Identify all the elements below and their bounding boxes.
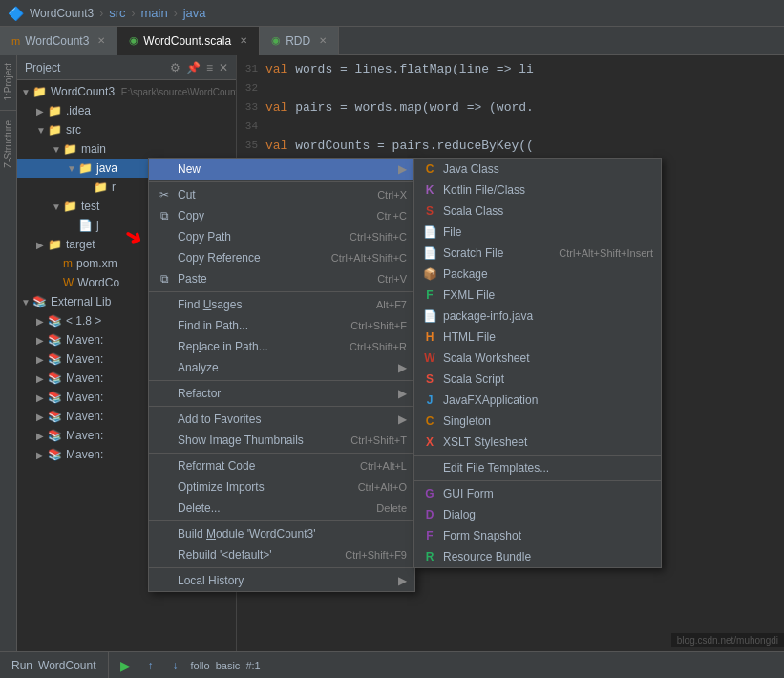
editor-line-33: 33 val pairs = words.map(word => (word. xyxy=(237,97,784,117)
submenu-label-scala-script: Scala Script xyxy=(443,372,504,386)
menu-label-local-history: Local History xyxy=(178,574,244,587)
label-target: target xyxy=(66,238,95,251)
tab-close-1[interactable]: ✕ xyxy=(240,35,247,46)
tab-label-wordcount3: WordCount3 xyxy=(25,34,89,48)
menu-item-favorites[interactable]: Add to Favorites ▶ xyxy=(149,409,414,430)
lib-icon-m4: 📚 xyxy=(48,391,62,404)
sidebar-label-project[interactable]: 1:Project xyxy=(3,59,13,104)
menu-label-copy-ref: Copy Reference xyxy=(178,251,261,265)
sidebar-label-structure[interactable]: Z-Structure xyxy=(3,117,13,172)
submenu-package[interactable]: 📦 Package xyxy=(414,264,661,285)
menu-item-refactor[interactable]: Refactor ▶ xyxy=(149,383,414,404)
refactor-arrow: ▶ xyxy=(398,387,407,400)
tab-wordcount-scala[interactable]: ◉ WordCount.scala ✕ xyxy=(117,27,260,55)
up-button[interactable]: ↑ xyxy=(141,656,160,675)
menu-item-reformat[interactable]: Reformat Code Ctrl+Alt+L xyxy=(149,456,414,477)
shortcut-find-path: Ctrl+Shift+F xyxy=(350,320,407,331)
submenu-scala-script[interactable]: S Scala Script xyxy=(414,369,661,390)
submenu-label-scratch-file: Scratch File xyxy=(443,246,503,260)
bottom-bar: Run WordCount ▶ ↑ ↓ follo basic #:1 blog… xyxy=(0,651,784,678)
submenu-file[interactable]: 📄 File xyxy=(414,222,661,243)
submenu-gui-form[interactable]: G GUI Form xyxy=(414,483,661,504)
submenu-form-snapshot[interactable]: F Form Snapshot xyxy=(414,525,661,546)
submenu-label-xslt: XSLT Stylesheet xyxy=(443,435,527,449)
menu-item-cut[interactable]: ✂ Cut Ctrl+X xyxy=(149,184,414,205)
label-r: r xyxy=(112,180,116,194)
menu-item-thumbnails[interactable]: Show Image Thumbnails Ctrl+Shift+T xyxy=(149,430,414,451)
submenu-javafx[interactable]: J JavaFXApplication xyxy=(414,390,661,411)
submenu-kotlin-class[interactable]: K Kotlin File/Class xyxy=(414,180,661,201)
tab-icon-rdd: ◉ xyxy=(271,34,281,47)
menu-label-copy-path: Copy Path xyxy=(178,230,231,244)
menu-item-copy-path[interactable]: Copy Path Ctrl+Shift+C xyxy=(149,226,414,247)
pin-icon[interactable]: 📌 xyxy=(186,61,201,74)
menu-item-delete[interactable]: Delete... Delete xyxy=(149,498,414,519)
tree-item-main[interactable]: ▼ 📁 main xyxy=(17,139,236,159)
lib-icon-extlib: 📚 xyxy=(32,295,47,308)
submenu-singleton[interactable]: C Singleton xyxy=(414,411,661,432)
editor-content: 31 val words = lines.flatMap(line => li … xyxy=(237,55,784,159)
submenu-scala-class[interactable]: S Scala Class xyxy=(414,201,661,222)
gear-icon[interactable]: ⚙ xyxy=(170,61,180,74)
tab-close-0[interactable]: ✕ xyxy=(97,35,105,46)
menu-item-paste[interactable]: ⧉ Paste Ctrl+V xyxy=(149,268,414,289)
scala-worksheet-icon: W xyxy=(422,351,437,365)
submenu-edit-templates[interactable]: Edit File Templates... xyxy=(414,457,661,478)
line-num-35: 35 xyxy=(237,139,265,151)
submenu-java-class[interactable]: C Java Class xyxy=(414,159,661,180)
menu-item-find-path[interactable]: Find in Path... Ctrl+Shift+F xyxy=(149,315,414,336)
submenu-scratch-file[interactable]: 📄 Scratch File Ctrl+Alt+Shift+Insert xyxy=(414,243,661,264)
label-maven6: Maven: xyxy=(66,429,103,442)
gui-form-icon: G xyxy=(422,487,437,500)
sep2: › xyxy=(132,7,136,20)
menu-label-refactor: Refactor xyxy=(178,387,221,400)
label-maven1: Maven: xyxy=(66,333,103,347)
fxml-icon: F xyxy=(422,288,437,302)
menu-item-local-history[interactable]: Local History ▶ xyxy=(149,570,414,591)
close-panel-icon[interactable]: ✕ xyxy=(219,61,228,74)
watermark: blog.csdn.net/muhongdi xyxy=(671,633,784,647)
shortcut-optimize: Ctrl+Alt+O xyxy=(358,481,407,493)
menu-item-copy[interactable]: ⧉ Copy Ctrl+C xyxy=(149,205,414,226)
folder-icon-src: 📁 xyxy=(48,123,62,137)
settings-icon[interactable]: ≡ xyxy=(206,61,213,74)
up-icon: ↑ xyxy=(148,659,154,672)
tree-item-idea[interactable]: ▶ 📁 .idea xyxy=(17,101,236,120)
menu-label-cut: Cut xyxy=(178,188,196,201)
submenu-xslt[interactable]: X XSLT Stylesheet xyxy=(414,432,661,453)
tab-label-scala: WordCount.scala xyxy=(143,34,231,48)
tree-item-wordcount3[interactable]: ▼ 📁 WordCount3 E:\spark\source\WordCount… xyxy=(17,82,236,101)
folder-icon-main: 📁 xyxy=(63,142,77,156)
menu-item-build[interactable]: Build Module 'WordCount3' xyxy=(149,523,414,544)
line-code-31: val words = lines.flatMap(line => li xyxy=(265,62,534,76)
play-button[interactable]: ▶ xyxy=(117,656,136,675)
menu-item-copy-ref[interactable]: Copy Reference Ctrl+Alt+Shift+C xyxy=(149,247,414,268)
menu-item-rebuild[interactable]: Rebuild '<default>' Ctrl+Shift+F9 xyxy=(149,544,414,565)
menu-item-new[interactable]: New ▶ xyxy=(149,159,414,180)
tab-rdd[interactable]: ◉ RDD ✕ xyxy=(260,27,339,55)
down-button[interactable]: ↓ xyxy=(166,656,185,675)
menu-item-analyze[interactable]: Analyze ▶ xyxy=(149,357,414,378)
run-tab[interactable]: Run WordCount xyxy=(0,652,109,679)
submenu-resource-bundle[interactable]: R Resource Bundle xyxy=(414,546,661,567)
paste-icon: ⧉ xyxy=(157,272,172,286)
run-text-line1: follo xyxy=(191,660,210,671)
submenu-scala-worksheet[interactable]: W Scala Worksheet xyxy=(414,348,661,369)
submenu-label-package-info: package-info.java xyxy=(443,309,533,323)
scala-class-icon: S xyxy=(422,204,437,218)
arrow-target: ▶ xyxy=(36,240,46,250)
xslt-icon: X xyxy=(422,435,437,449)
form-snapshot-icon: F xyxy=(422,529,437,542)
menu-item-optimize[interactable]: Optimize Imports Ctrl+Alt+O xyxy=(149,477,414,498)
submenu-dialog[interactable]: D Dialog xyxy=(414,504,661,525)
menu-item-replace-path[interactable]: Replace in Path... Ctrl+Shift+R xyxy=(149,336,414,357)
submenu-fxml[interactable]: F FXML File xyxy=(414,285,661,306)
tab-wordcount3[interactable]: m WordCount3 ✕ xyxy=(0,27,117,55)
submenu-package-info[interactable]: 📄 package-info.java xyxy=(414,306,661,327)
submenu-label-singleton: Singleton xyxy=(443,414,491,428)
menu-item-find-usages[interactable]: Find Usages Alt+F7 xyxy=(149,294,414,315)
shortcut-rebuild: Ctrl+Shift+F9 xyxy=(345,549,407,561)
submenu-html[interactable]: H HTML File xyxy=(414,327,661,348)
tab-close-2[interactable]: ✕ xyxy=(319,35,327,46)
tree-item-src[interactable]: ▼ 📁 src xyxy=(17,120,236,139)
